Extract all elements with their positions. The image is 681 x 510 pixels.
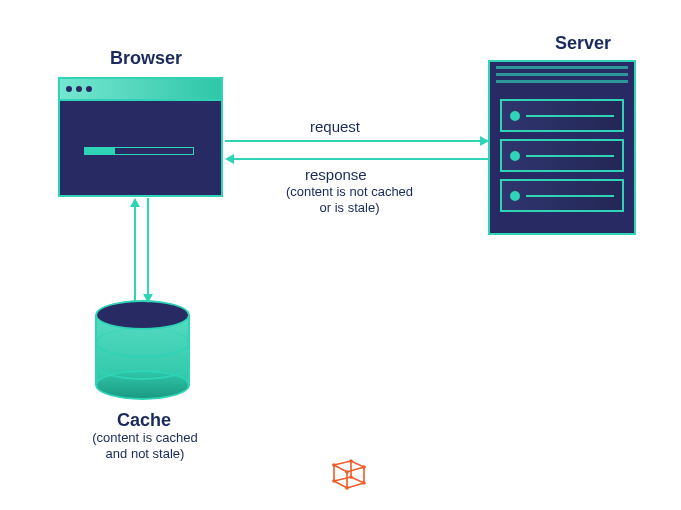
response-arrow-head-icon [225, 154, 234, 164]
response-subtitle: (content is not cached or is stale) [272, 184, 427, 215]
window-dot-icon [86, 86, 92, 92]
svg-point-0 [332, 463, 336, 467]
svg-point-7 [349, 475, 353, 479]
led-icon [510, 111, 520, 121]
cache-title: Cache [117, 410, 171, 431]
server-slot [500, 139, 624, 172]
request-arrow-head-icon [480, 136, 489, 146]
led-icon [510, 151, 520, 161]
svg-point-2 [362, 465, 366, 469]
browser-window [58, 77, 223, 197]
server-vents [490, 62, 634, 92]
response-label: response [305, 166, 367, 183]
browser-title: Browser [110, 48, 182, 69]
window-dot-icon [66, 86, 72, 92]
cache-down-arrow-head-icon [143, 294, 153, 303]
svg-point-5 [345, 486, 349, 490]
server-slot [500, 179, 624, 212]
cube-logo-icon [326, 453, 371, 493]
svg-point-4 [332, 479, 336, 483]
request-label: request [310, 118, 360, 135]
cache-down-arrow-line [147, 198, 149, 295]
server-rack [488, 60, 636, 235]
cache-cylinder [95, 300, 190, 400]
request-arrow-line [225, 140, 481, 142]
server-title: Server [555, 33, 611, 54]
cache-up-arrow-head-icon [130, 198, 140, 207]
window-dot-icon [76, 86, 82, 92]
led-icon [510, 191, 520, 201]
cache-up-arrow-line [134, 205, 136, 302]
svg-point-3 [345, 470, 349, 474]
svg-point-1 [349, 459, 353, 463]
progress-fill [85, 148, 115, 154]
progress-bar [84, 147, 194, 155]
cache-subtitle: (content is cached and not stale) [85, 430, 205, 461]
response-arrow-line [233, 158, 489, 160]
server-slot [500, 99, 624, 132]
browser-titlebar [60, 79, 221, 101]
svg-point-6 [362, 481, 366, 485]
